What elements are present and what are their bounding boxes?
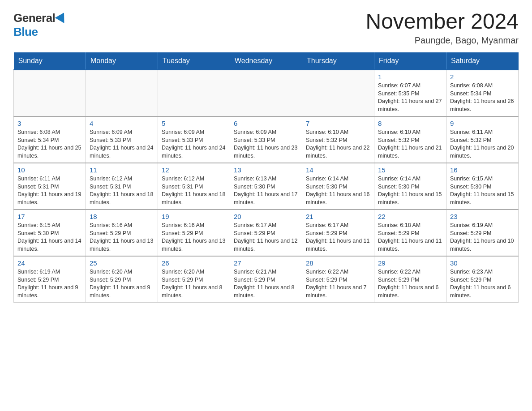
calendar-cell [86, 70, 158, 116]
calendar-cell: 16Sunrise: 6:15 AM Sunset: 5:30 PM Dayli… [446, 163, 519, 210]
calendar-table: SundayMondayTuesdayWednesdayThursdayFrid… [13, 52, 519, 303]
day-number: 10 [17, 166, 82, 174]
calendar-week-4: 17Sunrise: 6:15 AM Sunset: 5:30 PM Dayli… [14, 210, 519, 256]
day-info: Sunrise: 6:16 AM Sunset: 5:29 PM Dayligh… [90, 222, 154, 253]
day-info: Sunrise: 6:10 AM Sunset: 5:32 PM Dayligh… [378, 128, 442, 160]
calendar-cell: 13Sunrise: 6:13 AM Sunset: 5:30 PM Dayli… [230, 163, 302, 210]
day-info: Sunrise: 6:12 AM Sunset: 5:31 PM Dayligh… [90, 175, 154, 206]
calendar-week-1: 1Sunrise: 6:07 AM Sunset: 5:35 PM Daylig… [14, 70, 519, 116]
calendar-cell: 1Sunrise: 6:07 AM Sunset: 5:35 PM Daylig… [374, 70, 446, 116]
calendar-cell: 18Sunrise: 6:16 AM Sunset: 5:29 PM Dayli… [86, 210, 158, 256]
day-number: 27 [234, 259, 298, 267]
day-number: 28 [306, 259, 370, 267]
calendar-cell [158, 70, 230, 116]
calendar-cell: 22Sunrise: 6:18 AM Sunset: 5:29 PM Dayli… [374, 210, 446, 256]
calendar-cell: 21Sunrise: 6:17 AM Sunset: 5:29 PM Dayli… [302, 210, 374, 256]
calendar-cell: 19Sunrise: 6:16 AM Sunset: 5:29 PM Dayli… [158, 210, 230, 256]
logo-general-text: General [13, 11, 55, 25]
day-number: 21 [306, 213, 370, 220]
day-number: 30 [450, 259, 515, 267]
calendar-cell: 11Sunrise: 6:12 AM Sunset: 5:31 PM Dayli… [86, 163, 158, 210]
day-info: Sunrise: 6:09 AM Sunset: 5:33 PM Dayligh… [234, 128, 298, 160]
day-number: 12 [162, 166, 226, 174]
day-info: Sunrise: 6:11 AM Sunset: 5:31 PM Dayligh… [17, 175, 82, 206]
day-info: Sunrise: 6:22 AM Sunset: 5:29 PM Dayligh… [378, 268, 442, 300]
day-info: Sunrise: 6:10 AM Sunset: 5:32 PM Dayligh… [306, 128, 370, 160]
day-info: Sunrise: 6:22 AM Sunset: 5:29 PM Dayligh… [306, 268, 370, 300]
logo: General Blue [13, 9, 67, 39]
calendar-cell: 14Sunrise: 6:14 AM Sunset: 5:30 PM Dayli… [302, 163, 374, 210]
calendar-cell: 15Sunrise: 6:14 AM Sunset: 5:30 PM Dayli… [374, 163, 446, 210]
day-info: Sunrise: 6:20 AM Sunset: 5:29 PM Dayligh… [90, 268, 154, 300]
day-number: 11 [90, 166, 154, 174]
day-info: Sunrise: 6:19 AM Sunset: 5:29 PM Dayligh… [17, 268, 82, 300]
calendar-week-5: 24Sunrise: 6:19 AM Sunset: 5:29 PM Dayli… [14, 256, 519, 303]
day-number: 22 [378, 213, 442, 220]
day-info: Sunrise: 6:07 AM Sunset: 5:35 PM Dayligh… [378, 82, 442, 113]
day-number: 4 [90, 120, 154, 127]
calendar-week-2: 3Sunrise: 6:08 AM Sunset: 5:34 PM Daylig… [14, 116, 519, 163]
day-number: 17 [17, 213, 82, 220]
calendar-cell: 2Sunrise: 6:08 AM Sunset: 5:34 PM Daylig… [446, 70, 519, 116]
calendar-cell: 7Sunrise: 6:10 AM Sunset: 5:32 PM Daylig… [302, 116, 374, 163]
day-number: 13 [234, 166, 298, 174]
calendar-cell: 17Sunrise: 6:15 AM Sunset: 5:30 PM Dayli… [14, 210, 86, 256]
calendar-cell: 20Sunrise: 6:17 AM Sunset: 5:29 PM Dayli… [230, 210, 302, 256]
day-number: 16 [450, 166, 515, 174]
calendar-cell: 25Sunrise: 6:20 AM Sunset: 5:29 PM Dayli… [86, 256, 158, 303]
calendar-cell: 30Sunrise: 6:23 AM Sunset: 5:29 PM Dayli… [446, 256, 519, 303]
day-info: Sunrise: 6:18 AM Sunset: 5:29 PM Dayligh… [378, 222, 442, 253]
calendar-header-wednesday: Wednesday [230, 52, 302, 70]
logo-blue-text: Blue [13, 25, 38, 39]
day-number: 1 [378, 73, 442, 81]
calendar-cell: 12Sunrise: 6:12 AM Sunset: 5:31 PM Dayli… [158, 163, 230, 210]
day-number: 18 [90, 213, 154, 220]
day-number: 24 [17, 259, 82, 267]
day-number: 19 [162, 213, 226, 220]
day-number: 7 [306, 120, 370, 127]
day-number: 29 [378, 259, 442, 267]
calendar-cell [14, 70, 86, 116]
day-info: Sunrise: 6:13 AM Sunset: 5:30 PM Dayligh… [234, 175, 298, 206]
day-info: Sunrise: 6:09 AM Sunset: 5:33 PM Dayligh… [162, 128, 226, 160]
day-number: 14 [306, 166, 370, 174]
day-info: Sunrise: 6:17 AM Sunset: 5:29 PM Dayligh… [234, 222, 298, 253]
calendar-cell [230, 70, 302, 116]
calendar-header-monday: Monday [86, 52, 158, 70]
calendar-cell: 4Sunrise: 6:09 AM Sunset: 5:33 PM Daylig… [86, 116, 158, 163]
calendar-header-sunday: Sunday [14, 52, 86, 70]
day-info: Sunrise: 6:11 AM Sunset: 5:32 PM Dayligh… [450, 128, 515, 160]
calendar-cell: 29Sunrise: 6:22 AM Sunset: 5:29 PM Dayli… [374, 256, 446, 303]
calendar-header-friday: Friday [374, 52, 446, 70]
day-info: Sunrise: 6:14 AM Sunset: 5:30 PM Dayligh… [378, 175, 442, 206]
calendar-cell: 27Sunrise: 6:21 AM Sunset: 5:29 PM Dayli… [230, 256, 302, 303]
calendar-cell: 6Sunrise: 6:09 AM Sunset: 5:33 PM Daylig… [230, 116, 302, 163]
calendar-header-tuesday: Tuesday [158, 52, 230, 70]
calendar-cell: 5Sunrise: 6:09 AM Sunset: 5:33 PM Daylig… [158, 116, 230, 163]
day-info: Sunrise: 6:20 AM Sunset: 5:29 PM Dayligh… [162, 268, 226, 300]
day-info: Sunrise: 6:08 AM Sunset: 5:34 PM Dayligh… [17, 128, 82, 160]
day-info: Sunrise: 6:16 AM Sunset: 5:29 PM Dayligh… [162, 222, 226, 253]
calendar-cell: 28Sunrise: 6:22 AM Sunset: 5:29 PM Dayli… [302, 256, 374, 303]
calendar-cell: 3Sunrise: 6:08 AM Sunset: 5:34 PM Daylig… [14, 116, 86, 163]
day-info: Sunrise: 6:14 AM Sunset: 5:30 PM Dayligh… [306, 175, 370, 206]
day-info: Sunrise: 6:09 AM Sunset: 5:33 PM Dayligh… [90, 128, 154, 160]
day-number: 25 [90, 259, 154, 267]
calendar-cell: 8Sunrise: 6:10 AM Sunset: 5:32 PM Daylig… [374, 116, 446, 163]
day-number: 9 [450, 120, 515, 127]
title-area: November 2024 Paungde, Bago, Myanmar [365, 9, 519, 46]
day-info: Sunrise: 6:15 AM Sunset: 5:30 PM Dayligh… [450, 175, 515, 206]
calendar-cell: 26Sunrise: 6:20 AM Sunset: 5:29 PM Dayli… [158, 256, 230, 303]
calendar-cell: 24Sunrise: 6:19 AM Sunset: 5:29 PM Dayli… [14, 256, 86, 303]
calendar-header-row: SundayMondayTuesdayWednesdayThursdayFrid… [14, 52, 519, 70]
day-info: Sunrise: 6:21 AM Sunset: 5:29 PM Dayligh… [234, 268, 298, 300]
day-info: Sunrise: 6:19 AM Sunset: 5:29 PM Dayligh… [450, 222, 515, 253]
day-info: Sunrise: 6:12 AM Sunset: 5:31 PM Dayligh… [162, 175, 226, 206]
calendar-header-saturday: Saturday [446, 52, 519, 70]
day-info: Sunrise: 6:23 AM Sunset: 5:29 PM Dayligh… [450, 268, 515, 300]
calendar-cell: 23Sunrise: 6:19 AM Sunset: 5:29 PM Dayli… [446, 210, 519, 256]
page-header: General Blue November 2024 Paungde, Bago… [13, 9, 519, 46]
day-number: 15 [378, 166, 442, 174]
day-info: Sunrise: 6:17 AM Sunset: 5:29 PM Dayligh… [306, 222, 370, 253]
calendar-week-3: 10Sunrise: 6:11 AM Sunset: 5:31 PM Dayli… [14, 163, 519, 210]
